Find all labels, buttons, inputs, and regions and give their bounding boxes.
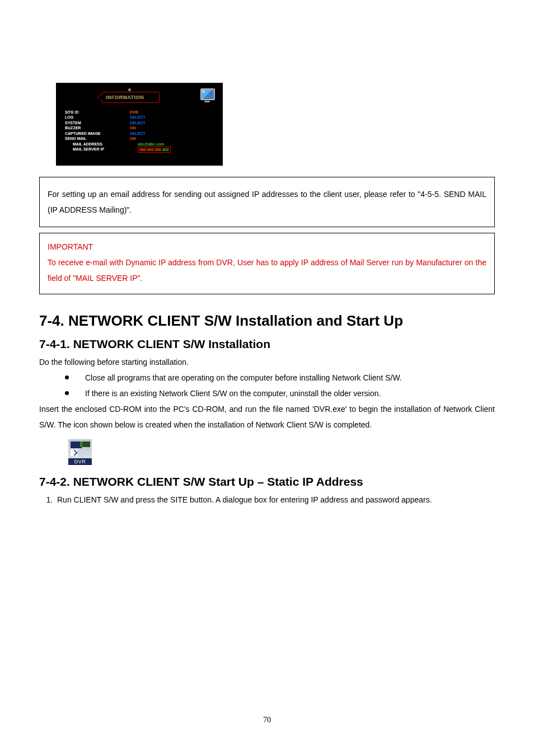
document-page: INFORMATION SITE ID DVR LOG SELECT SYSTE… [0,0,534,756]
dvr-row-mail-address: MAIL ADDRESS abc@abc.com [65,142,214,147]
important-box: IMPORTANT To receive e-mail with Dynamic… [39,233,495,294]
dvr-information-screen: INFORMATION SITE ID DVR LOG SELECT SYSTE… [56,83,223,166]
bullet-list: Close all programs that are operating on… [39,370,495,401]
dvr-label: MAIL ADDRESS [65,142,138,147]
dvr-row-log: LOG SELECT [65,115,214,120]
note-box: For setting up an email address for send… [39,177,495,227]
list-item: If there is an existing Network Client S… [65,386,495,401]
dvr-app-icon: DVR [68,439,92,465]
dvr-label: CAPTURED IMAGE [65,131,130,136]
monitor-icon [200,88,214,101]
app-icon-graphic [68,439,92,458]
mail-server-ip-field: 000.000.000.000 [138,147,171,153]
dvr-row-send-mail: SEND MAIL ON [65,136,214,141]
dvr-value: ON [130,125,136,130]
important-heading: IMPORTANT [48,239,486,255]
note-text: For setting up an email address for send… [48,190,486,214]
list-item: Run CLIENT S/W and press the SITE button… [55,492,495,508]
dvr-label: LOG [65,115,130,120]
ip-last-octet: 000 [162,148,169,152]
dvr-label: SITE ID [65,110,130,115]
section-heading-7-4: 7-4. NETWORK CLIENT S/W Installation and… [39,312,495,330]
dvr-row-captured-image: CAPTURED IMAGE SELECT [65,131,214,136]
dvr-value: SELECT [130,131,146,136]
tab-dot-icon [128,88,131,91]
dvr-row-site-id: SITE ID DVR [65,110,214,115]
dvr-tab-label: INFORMATION [106,95,144,100]
dvr-tab: INFORMATION [102,92,160,103]
dvr-label: SEND MAIL [65,136,130,141]
section-heading-7-4-2: 7-4-2. NETWORK CLIENT S/W Start Up – Sta… [39,475,495,489]
section-heading-7-4-1: 7-4-1. NETWORK CLIENT S/W Installation [39,337,495,351]
dvr-value: SELECT [130,120,146,125]
dvr-label: SYSTEM [65,120,130,125]
sec1-intro: Do the following before starting install… [39,354,495,370]
dvr-row-mail-server-ip: MAIL SERVER IP 000.000.000.000 [65,147,214,153]
dvr-value: DVR [130,110,138,115]
dvr-tab-header: INFORMATION [65,88,214,105]
page-number: 70 [0,716,534,725]
app-icon-label: DVR [68,458,92,465]
dvr-value: ON [130,136,136,141]
ip-prefix: 000.000.000. [139,148,162,152]
dvr-row-system: SYSTEM SELECT [65,120,214,125]
numbered-list: Run CLIENT S/W and press the SITE button… [39,492,495,508]
dvr-label: MAIL SERVER IP [65,147,138,153]
dvr-value: abc@abc.com [138,142,164,147]
tab-arrow-icon [97,93,102,101]
dvr-label: BUZZER [65,125,130,130]
dvr-value: SELECT [130,115,146,120]
sec1-paragraph: Insert the enclosed CD-ROM into the PC's… [39,401,495,433]
dvr-row-buzzer: BUZZER ON [65,125,214,130]
important-body: To receive e-mail with Dynamic IP addres… [48,255,486,286]
dvr-settings-list: SITE ID DVR LOG SELECT SYSTEM SELECT BUZ… [65,110,214,153]
list-item: Close all programs that are operating on… [65,370,495,386]
